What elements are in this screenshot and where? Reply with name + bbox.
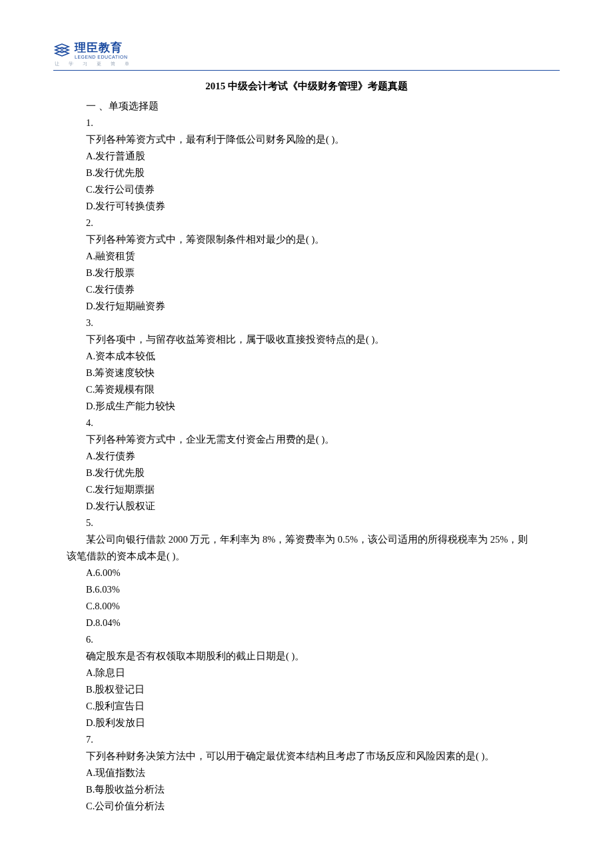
answer-option: D.股利发放日 bbox=[67, 715, 546, 731]
brand-logo-icon bbox=[53, 43, 71, 57]
answer-option: C.发行债券 bbox=[67, 281, 546, 298]
brand-name-cn: 理臣教育 bbox=[75, 40, 127, 55]
answer-option: B.股权登记日 bbox=[67, 681, 546, 698]
exam-body: 一 、单项选择题 1. 下列各种筹资方式中，最有利于降低公司财务风险的是( )。… bbox=[67, 98, 546, 815]
question-stem: 下列各种筹资方式中，最有利于降低公司财务风险的是( )。 bbox=[67, 131, 546, 148]
question-stem: 下列各种财务决策方法中，可以用于确定最优资本结构且考虑了市场反应和风险因素的是(… bbox=[67, 748, 546, 765]
answer-option: A.发行债券 bbox=[67, 448, 546, 465]
question-number: 6. bbox=[67, 631, 546, 648]
question-number: 1. bbox=[67, 115, 546, 131]
brand-tagline: 让 学 习 更 简 单 bbox=[55, 61, 546, 67]
question-number: 2. bbox=[67, 215, 546, 231]
document-page: 理臣教育 LEGEND EDUCATION 让 学 习 更 简 单 2015 中… bbox=[0, 0, 613, 855]
answer-option: A.资本成本较低 bbox=[67, 348, 546, 365]
answer-option: B.筹资速度较快 bbox=[67, 365, 546, 381]
answer-option: C.发行短期票据 bbox=[67, 481, 546, 498]
page-title: 2015 中级会计考试《中级财务管理》考题真题 bbox=[67, 80, 546, 93]
answer-option: C.股利宣告日 bbox=[67, 698, 546, 715]
question-number: 4. bbox=[67, 415, 546, 431]
answer-option: C.公司价值分析法 bbox=[67, 798, 546, 815]
answer-option: B.发行优先股 bbox=[67, 165, 546, 181]
answer-option: C.筹资规模有限 bbox=[67, 381, 546, 398]
answer-option: B.每股收益分析法 bbox=[67, 781, 546, 798]
answer-option: C.8.00% bbox=[67, 598, 546, 615]
section-heading: 一 、单项选择题 bbox=[67, 98, 546, 115]
question-number: 3. bbox=[67, 315, 546, 331]
question-stem: 确定股东是否有权领取本期股利的截止日期是( )。 bbox=[67, 648, 546, 665]
answer-option: D.发行短期融资券 bbox=[67, 298, 546, 315]
brand-name-en: LEGEND EDUCATION bbox=[75, 55, 127, 59]
answer-option: C.发行公司债券 bbox=[67, 181, 546, 198]
answer-option: D.形成生产能力较快 bbox=[67, 398, 546, 415]
answer-option: B.发行股票 bbox=[67, 265, 546, 281]
question-stem: 某公司向银行借款 2000 万元，年利率为 8%，筹资费率为 0.5%，该公司适… bbox=[67, 531, 546, 548]
answer-option: B.6.03% bbox=[67, 581, 546, 598]
answer-option: D.发行认股权证 bbox=[67, 498, 546, 515]
answer-option: D.8.04% bbox=[67, 615, 546, 631]
question-number: 5. bbox=[67, 515, 546, 531]
question-stem: 下列各项中，与留存收益筹资相比，属于吸收直接投资特点的是( )。 bbox=[67, 331, 546, 348]
answer-option: B.发行优先股 bbox=[67, 465, 546, 481]
answer-option: A.发行普通股 bbox=[67, 148, 546, 165]
question-number: 7. bbox=[67, 731, 546, 748]
question-stem: 下列各种筹资方式中，企业无需支付资金占用费的是( )。 bbox=[67, 431, 546, 448]
answer-option: A.融资租赁 bbox=[67, 248, 546, 265]
question-stem-cont: 该笔借款的资本成本是( )。 bbox=[67, 548, 546, 565]
question-stem: 下列各种筹资方式中，筹资限制条件相对最少的是( )。 bbox=[67, 231, 546, 248]
answer-option: A.6.00% bbox=[67, 565, 546, 581]
answer-option: A.现值指数法 bbox=[67, 765, 546, 781]
brand-header: 理臣教育 LEGEND EDUCATION 让 学 习 更 简 单 bbox=[53, 40, 546, 67]
header-divider bbox=[53, 70, 560, 71]
answer-option: D.发行可转换债券 bbox=[67, 198, 546, 215]
answer-option: A.除息日 bbox=[67, 665, 546, 681]
